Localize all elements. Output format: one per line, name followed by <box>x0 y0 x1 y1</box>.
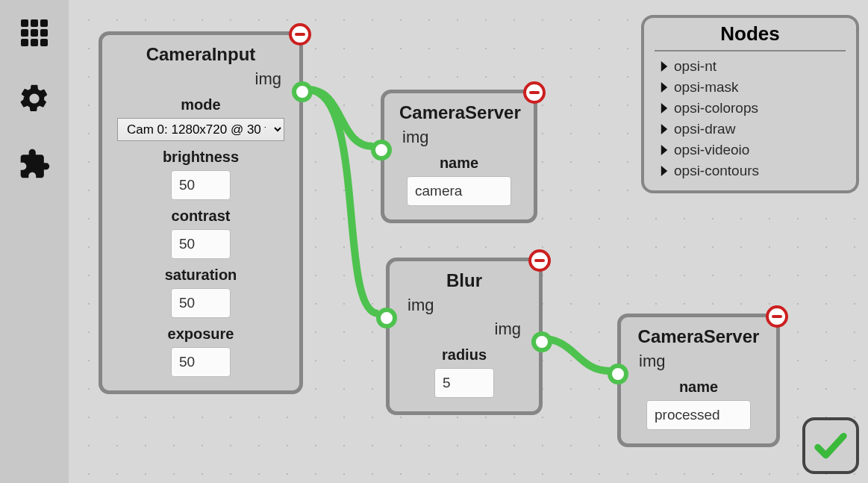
delete-node-button[interactable] <box>528 249 551 272</box>
field-label-saturation: saturation <box>117 267 284 284</box>
nodes-item-label: opsi-videoio <box>674 142 749 158</box>
input-port-label: img <box>405 296 524 315</box>
chevron-right-icon <box>659 82 669 93</box>
contrast-input[interactable] <box>171 229 231 259</box>
name-input[interactable] <box>646 400 751 430</box>
nodes-panel: Nodes opsi-nt opsi-mask opsi-colorops op… <box>641 15 859 193</box>
nodes-panel-title: Nodes <box>655 22 846 52</box>
input-port-label: img <box>399 128 519 147</box>
svg-rect-2 <box>40 19 48 27</box>
node-title: CameraServer <box>636 326 761 347</box>
radius-input[interactable] <box>434 368 494 398</box>
confirm-button[interactable] <box>802 417 859 474</box>
brightness-input[interactable] <box>171 170 231 200</box>
nodes-category-opsi-contours[interactable]: opsi-contours <box>655 161 846 181</box>
nodes-item-label: opsi-colorops <box>674 100 758 116</box>
svg-rect-1 <box>31 19 38 27</box>
chevron-right-icon <box>659 103 669 113</box>
grid-icon <box>19 18 49 48</box>
chevron-right-icon <box>659 145 669 155</box>
grid-menu-button[interactable] <box>16 15 52 51</box>
input-port-handle[interactable] <box>608 364 628 384</box>
exposure-input[interactable] <box>171 347 231 377</box>
svg-rect-3 <box>21 29 28 37</box>
node-camera-input[interactable]: CameraInput img mode Cam 0: 1280x720 @ 3… <box>99 31 303 394</box>
settings-button[interactable] <box>16 81 52 116</box>
svg-rect-8 <box>40 39 48 46</box>
field-label-name: name <box>636 378 761 396</box>
svg-rect-7 <box>31 39 38 46</box>
nodes-item-label: opsi-nt <box>674 58 716 75</box>
node-title: CameraServer <box>399 102 519 123</box>
delete-node-button[interactable] <box>523 81 546 104</box>
node-title: Blur <box>405 270 524 291</box>
svg-rect-5 <box>40 29 48 37</box>
mode-select[interactable]: Cam 0: 1280x720 @ 30 fps <box>117 118 284 141</box>
gear-icon <box>18 82 51 115</box>
check-icon <box>811 426 850 465</box>
nodes-category-opsi-draw[interactable]: opsi-draw <box>655 119 846 140</box>
nodes-item-label: opsi-mask <box>674 79 739 96</box>
field-label-mode: mode <box>117 96 284 113</box>
node-camera-server-2[interactable]: CameraServer img name <box>617 314 780 447</box>
nodes-category-opsi-videoio[interactable]: opsi-videoio <box>655 140 846 161</box>
chevron-right-icon <box>659 124 669 134</box>
sidebar <box>0 0 69 483</box>
canvas[interactable]: CameraInput img mode Cam 0: 1280x720 @ 3… <box>69 0 868 483</box>
svg-rect-6 <box>21 39 28 46</box>
svg-rect-4 <box>31 29 38 37</box>
output-port-handle[interactable] <box>292 81 313 102</box>
nodes-item-label: opsi-draw <box>674 121 735 137</box>
svg-rect-0 <box>21 19 28 27</box>
plugin-icon <box>18 148 51 181</box>
name-input[interactable] <box>407 176 511 206</box>
output-port-label: img <box>405 320 524 339</box>
node-title: CameraInput <box>117 44 284 65</box>
field-label-brightness: brightness <box>117 149 284 166</box>
output-port-handle[interactable] <box>531 331 552 352</box>
nodes-category-opsi-colorops[interactable]: opsi-colorops <box>655 98 846 119</box>
delete-node-button[interactable] <box>766 305 788 328</box>
saturation-input[interactable] <box>171 288 231 318</box>
input-port-handle[interactable] <box>371 140 392 161</box>
chevron-right-icon <box>659 61 669 72</box>
output-port-label: img <box>117 69 284 89</box>
plugins-button[interactable] <box>16 146 52 182</box>
nodes-item-label: opsi-contours <box>674 163 759 179</box>
field-label-name: name <box>399 155 519 172</box>
chevron-right-icon <box>659 166 669 176</box>
nodes-category-opsi-mask[interactable]: opsi-mask <box>655 77 846 98</box>
input-port-label: img <box>636 352 761 371</box>
node-camera-server-1[interactable]: CameraServer img name <box>381 90 537 223</box>
node-blur[interactable]: Blur img img radius <box>386 258 543 415</box>
field-label-radius: radius <box>405 346 524 364</box>
field-label-exposure: exposure <box>117 325 284 343</box>
nodes-category-opsi-nt[interactable]: opsi-nt <box>655 56 846 77</box>
delete-node-button[interactable] <box>289 23 311 46</box>
input-port-handle[interactable] <box>376 308 397 328</box>
field-label-contrast: contrast <box>117 208 284 225</box>
